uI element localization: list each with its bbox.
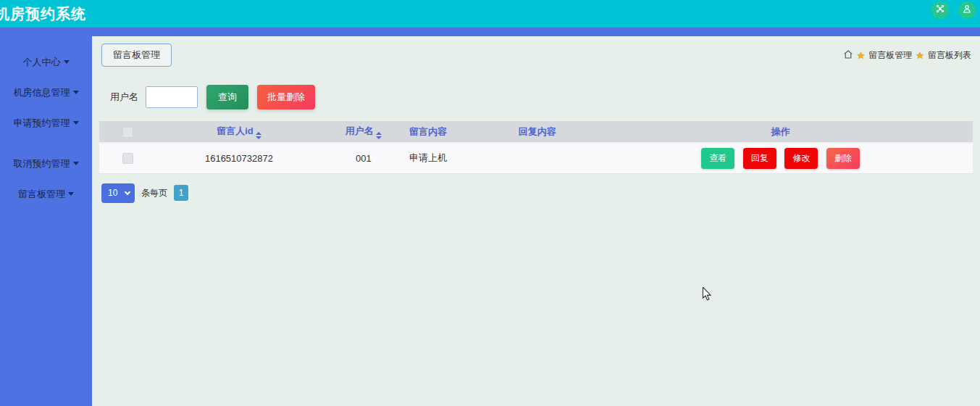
column-header-label: 留言人id bbox=[217, 125, 254, 136]
chevron-down-icon bbox=[68, 192, 74, 196]
sidebar-item-label: 个人中心 bbox=[23, 57, 61, 67]
per-page-label: 条每页 bbox=[141, 187, 167, 199]
sidebar-item-label: 取消预约管理 bbox=[14, 158, 70, 169]
pagination: 10 条每页 1 bbox=[101, 183, 973, 203]
message-table: 留言人id 用户名 留言内容 回复内容 操作 1616510732872 001… bbox=[99, 121, 973, 174]
user-button[interactable] bbox=[958, 1, 976, 19]
topbar-icons bbox=[931, 1, 976, 19]
app-title: 机房预约系统 bbox=[0, 0, 86, 28]
sidebar-item-label: 机房信息管理 bbox=[14, 87, 70, 98]
sidebar-item-message-board[interactable]: 留言板管理 bbox=[0, 187, 92, 202]
username-label: 用户名 bbox=[110, 91, 138, 104]
view-button[interactable]: 查看 bbox=[701, 148, 734, 169]
row-checkbox[interactable] bbox=[122, 153, 133, 164]
edit-button[interactable]: 修改 bbox=[784, 148, 818, 169]
fullscreen-icon bbox=[935, 4, 945, 17]
column-header-reply: 回复内容 bbox=[514, 121, 589, 143]
cell-actions: 查看 回复 修改 删除 bbox=[588, 143, 973, 173]
delete-button[interactable]: 删除 bbox=[826, 148, 860, 169]
sidebar-item-cancel-reservation[interactable]: 取消预约管理 bbox=[0, 157, 92, 171]
header-accent-strip bbox=[0, 28, 980, 36]
cell-message-id: 1616510732872 bbox=[156, 143, 322, 173]
sidebar-item-apply-reservation[interactable]: 申请预约管理 bbox=[0, 116, 92, 130]
sort-icon bbox=[376, 132, 382, 139]
star-icon: ★ bbox=[916, 50, 924, 61]
chevron-down-icon bbox=[73, 121, 79, 125]
username-input[interactable] bbox=[146, 86, 198, 108]
chevron-down-icon bbox=[64, 60, 70, 64]
main-content: 留言板管理 ★ 留言板管理 ★ 留言板列表 用户名 查询 批量删除 bbox=[92, 36, 980, 406]
topbar: 机房预约系统 bbox=[0, 0, 980, 28]
sidebar-item-label: 留言板管理 bbox=[18, 188, 65, 199]
page-size-value: 10 bbox=[108, 188, 117, 198]
select-all-checkbox[interactable] bbox=[122, 127, 133, 138]
column-header-username[interactable]: 用户名 bbox=[322, 121, 406, 143]
page-number-button[interactable]: 1 bbox=[174, 185, 188, 201]
star-icon: ★ bbox=[857, 50, 866, 61]
breadcrumb-item-message-board-mgmt[interactable]: 留言板管理 bbox=[868, 49, 912, 62]
query-button[interactable]: 查询 bbox=[206, 85, 248, 109]
batch-delete-button[interactable]: 批量删除 bbox=[257, 85, 315, 109]
chevron-down-icon bbox=[73, 162, 79, 165]
chevron-down-icon bbox=[125, 188, 130, 194]
column-header-content: 留言内容 bbox=[405, 121, 514, 143]
sidebar-item-label: 申请预约管理 bbox=[14, 117, 70, 128]
breadcrumb: ★ 留言板管理 ★ 留言板列表 bbox=[843, 49, 971, 62]
cell-reply bbox=[514, 143, 589, 173]
sidebar-item-room-info[interactable]: 机房信息管理 bbox=[0, 86, 92, 100]
page-title: 留言板管理 bbox=[101, 44, 172, 67]
column-header-id[interactable]: 留言人id bbox=[156, 121, 322, 143]
page-size-select[interactable]: 10 bbox=[101, 183, 135, 203]
fullscreen-button[interactable] bbox=[931, 1, 949, 19]
column-header-label: 用户名 bbox=[345, 125, 374, 136]
user-icon bbox=[962, 4, 972, 17]
table-header-row: 留言人id 用户名 留言内容 回复内容 操作 bbox=[99, 121, 973, 143]
table-row: 1616510732872 001 申请上机 查看 回复 修改 删除 bbox=[99, 143, 973, 173]
cell-content: 申请上机 bbox=[405, 143, 514, 173]
chevron-down-icon bbox=[73, 91, 79, 94]
home-icon[interactable] bbox=[843, 49, 853, 62]
breadcrumb-item-message-board-list[interactable]: 留言板列表 bbox=[928, 49, 971, 62]
reply-button[interactable]: 回复 bbox=[743, 148, 776, 169]
sidebar-item-personal-center[interactable]: 个人中心 bbox=[0, 55, 92, 70]
column-header-actions: 操作 bbox=[588, 121, 973, 143]
cell-username: 001 bbox=[322, 143, 406, 173]
sort-icon bbox=[256, 132, 261, 139]
sidebar: 个人中心 机房信息管理 申请预约管理 取消预约管理 留言板管理 bbox=[0, 36, 92, 406]
search-toolbar: 用户名 查询 批量删除 bbox=[110, 85, 973, 109]
